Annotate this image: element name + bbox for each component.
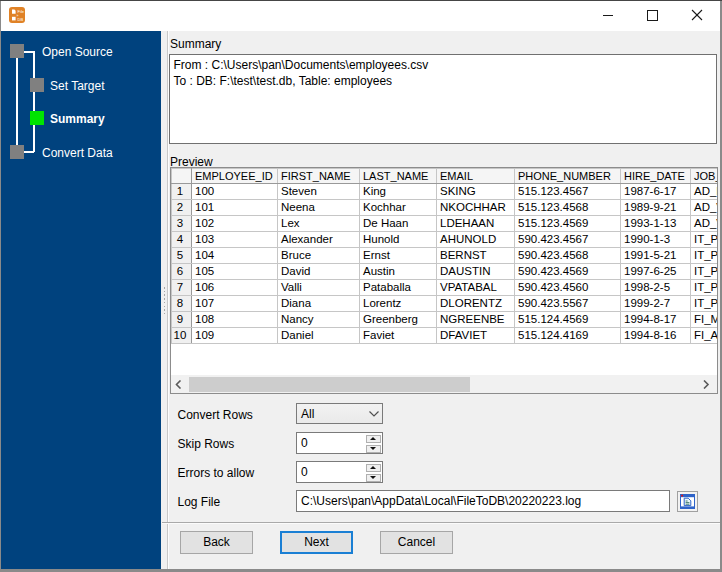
svg-text:DB: DB — [18, 17, 24, 22]
svg-text:File: File — [18, 9, 25, 14]
